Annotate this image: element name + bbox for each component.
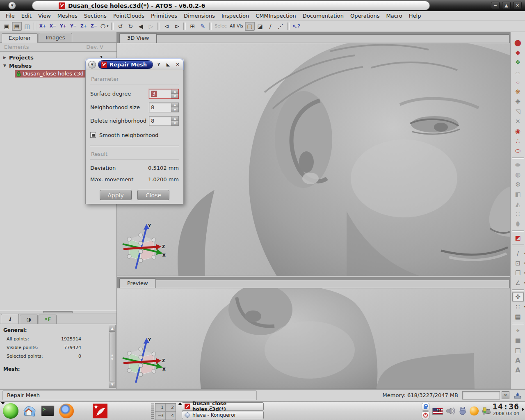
rotate-cw-icon[interactable]: ↻ (126, 22, 135, 31)
view-y-plus-icon[interactable]: Y+ (58, 22, 68, 31)
menu-item[interactable]: Help (406, 12, 425, 20)
point-chain-icon[interactable]: ⋰ (276, 22, 285, 31)
spin-up-icon[interactable]: ▲ (171, 89, 178, 94)
menu-item[interactable]: CMMInspection (252, 12, 299, 20)
features-tab[interactable]: ✕F (39, 315, 57, 324)
tab-images[interactable]: Images (39, 33, 72, 42)
spin-down-icon[interactable]: ▼ (171, 94, 178, 98)
surface-degree-spinbox[interactable]: 3 ▲ ▼ (149, 89, 179, 99)
mesh-expand-icon[interactable]: ✥ (512, 97, 524, 107)
transform-grid-icon[interactable]: ⊞ (187, 22, 197, 31)
info-tab[interactable]: i (1, 314, 19, 324)
raster-icon[interactable]: ∷ (512, 302, 524, 312)
mesh-smooth-icon[interactable]: ⬤ (512, 38, 524, 48)
menu-item[interactable]: Operations (347, 12, 383, 20)
preview-viewport[interactable]: Y Z X (117, 288, 510, 389)
cancel-progress-button[interactable]: ✕ (502, 391, 509, 399)
select-all-icon[interactable]: ▢ (245, 22, 255, 31)
menu-item[interactable]: Edit (18, 12, 35, 20)
menu-item[interactable]: PointClouds (110, 12, 148, 20)
frame-square-icon[interactable]: □ (512, 345, 524, 355)
shape-blob-icon[interactable]: ⬬ (512, 160, 524, 170)
menu-item[interactable]: File (2, 12, 18, 20)
text-label-icon[interactable]: A (512, 355, 524, 365)
dialog-titlebar[interactable]: ▼ Repair Mesh ? ◣ ✕ (85, 59, 184, 70)
device-monitor-icon[interactable] (482, 406, 491, 415)
spin-up-icon[interactable]: ▲ (171, 116, 178, 121)
panel-expand-icon[interactable] (522, 407, 524, 411)
view-back-icon[interactable]: ◀ (136, 22, 146, 31)
pager-desktop[interactable]: 2 (166, 404, 176, 411)
apply-button[interactable]: Apply (100, 190, 132, 200)
view-cube-icon[interactable]: ⎔ (99, 22, 110, 31)
shape-squares-icon[interactable]: ∷ (512, 209, 524, 219)
tab-explorer[interactable]: Explorer (2, 33, 38, 43)
shape-disc-icon[interactable]: ⬮ (512, 219, 524, 229)
pager-handle[interactable] (151, 403, 154, 420)
whats-this-icon[interactable]: ↖? (291, 22, 301, 31)
pager-desktop[interactable]: 3 (155, 412, 165, 420)
menu-item[interactable]: Documentation (299, 12, 347, 20)
solid-square-icon[interactable]: ■ (512, 336, 524, 345)
spin-down-icon[interactable]: ▼ (171, 121, 178, 126)
notes-icon[interactable]: ▤ (512, 312, 524, 322)
line-tool-icon[interactable]: ∕ (512, 249, 524, 258)
shape-sphere-icon[interactable]: ◍ (512, 170, 524, 180)
minimize-button[interactable]: − (491, 2, 500, 9)
task-konqueror[interactable]: hlava - Konqueror (182, 411, 264, 419)
firefox-launcher[interactable] (58, 403, 75, 419)
view-y-minus-icon[interactable]: Y− (68, 22, 78, 31)
mesh-sphere-icon[interactable]: ❋ (512, 87, 524, 97)
mesh-points-icon[interactable]: ∴ (512, 136, 524, 146)
keyboard-layout-indicator[interactable]: US (432, 408, 443, 415)
maximize-button[interactable]: ▲ (502, 2, 511, 9)
smooth-neighborhood-option[interactable]: Smooth neighborhood (90, 128, 179, 142)
dialog-menu-button[interactable]: ▼ (88, 61, 96, 68)
mesh-ellipse-icon[interactable]: ⬭ (512, 146, 524, 156)
kmenu-button[interactable] (2, 403, 19, 419)
task-atos[interactable]: Dusan_close holes.c3d(*) (182, 402, 264, 411)
report-icon[interactable] (513, 391, 523, 400)
mesh-section-icon[interactable]: ⌔ (512, 77, 524, 87)
menu-item[interactable]: Sections (81, 12, 110, 20)
view-x-plus-icon[interactable]: X+ (38, 22, 48, 31)
delete-neighborhood-spinbox[interactable]: 8 ▲ ▼ (149, 116, 179, 126)
pin-icon[interactable]: ✜ (512, 292, 524, 302)
terminal-launcher[interactable]: >_ (39, 403, 56, 419)
angle-tool-icon[interactable]: ∠ (512, 278, 524, 288)
close-dialog-button[interactable]: Close (137, 190, 169, 200)
collapsed-arrow-icon[interactable]: ▶ (3, 55, 9, 59)
tab-3d-view[interactable]: 3D View (119, 33, 157, 43)
atos-launcher[interactable] (92, 403, 108, 419)
spin-up-icon[interactable]: ▲ (171, 103, 178, 107)
text-underline-icon[interactable]: A (512, 365, 524, 375)
view-z-plus-icon[interactable]: Z+ (79, 22, 89, 31)
dialog-close-button[interactable]: ✕ (174, 61, 181, 68)
lock-screen-button[interactable] (422, 403, 429, 411)
layers-icon[interactable]: ❐ (512, 268, 524, 278)
volume-icon[interactable] (446, 406, 456, 415)
power-plug-icon[interactable] (459, 406, 467, 415)
shape-half-icon[interactable]: ◧ (512, 189, 524, 199)
rotate-ccw-icon[interactable]: ↺ (115, 22, 125, 31)
menu-item[interactable]: Meshes (54, 12, 81, 20)
sphere-tab[interactable]: ◑ (20, 315, 38, 324)
shape-burst-icon[interactable]: ❆ (512, 180, 524, 189)
project-window-icon[interactable]: ▣ (2, 22, 11, 31)
checkbox-checked-icon[interactable] (90, 132, 96, 138)
atos-logo-icon[interactable]: ◩ (512, 233, 524, 243)
mesh-split-icon[interactable]: ❖ (512, 57, 524, 67)
spin-down-icon[interactable]: ▼ (171, 107, 178, 112)
window-menu-button[interactable]: ▼ (8, 2, 16, 9)
center-view-icon[interactable]: ⌖ (512, 326, 524, 336)
select-invert-icon[interactable]: ◪ (255, 22, 265, 31)
prev-stage-icon[interactable]: ⊲ (162, 22, 171, 31)
mesh-fold-icon[interactable]: ◹ (512, 107, 524, 116)
select-area-icon[interactable]: ⊡ (512, 258, 524, 268)
view-z-minus-icon[interactable]: Z− (89, 22, 99, 31)
mesh-surface-icon[interactable]: ⌓ (512, 67, 524, 77)
view-x-minus-icon[interactable]: X− (48, 22, 58, 31)
menu-item[interactable]: Inspection (218, 12, 252, 20)
scroll-up-icon[interactable]: ▲ (109, 325, 115, 332)
help-button[interactable]: ? (155, 61, 162, 68)
